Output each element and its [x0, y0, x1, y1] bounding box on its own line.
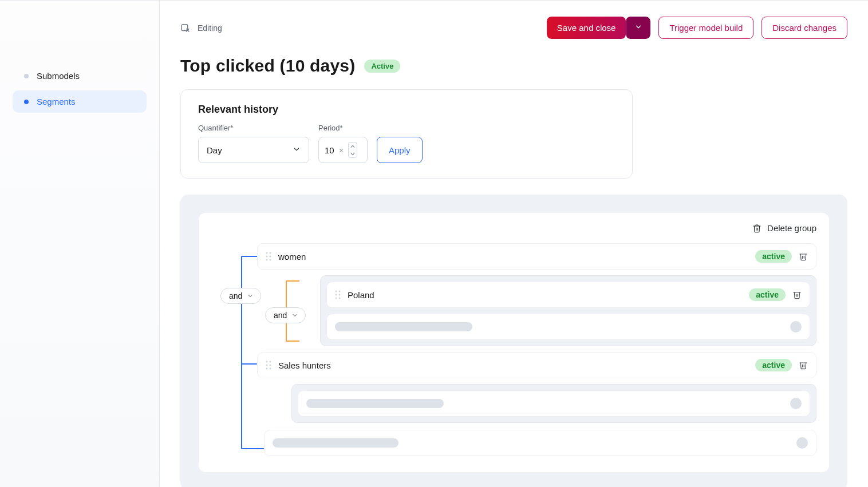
chevron-down-icon [293, 145, 301, 155]
operator-label: and [229, 291, 242, 300]
save-button-group: Save and close [547, 17, 651, 39]
sidebar-item-submodels[interactable]: Submodels [13, 65, 147, 87]
apply-button[interactable]: Apply [377, 137, 423, 163]
delete-rule-button[interactable] [792, 290, 802, 299]
rule-row[interactable]: Sales hunters active [257, 352, 816, 378]
quantifier-value: Day [207, 145, 222, 155]
save-label: Save and close [557, 23, 616, 33]
history-heading: Relevant history [198, 104, 615, 116]
top-actions: Save and close Trigger model build Disca… [547, 17, 847, 39]
placeholder-dot [796, 437, 808, 449]
save-dropdown-button[interactable] [626, 17, 650, 39]
rule-row[interactable]: women active [257, 243, 816, 270]
chevron-down-icon [634, 23, 642, 33]
dot-icon [24, 100, 29, 104]
svg-point-14 [270, 361, 271, 363]
chevron-down-icon [291, 312, 298, 319]
period-field: Period* 10 × [318, 124, 368, 163]
quantifier-field: Quantifier* Day [198, 124, 309, 163]
operator-inner[interactable]: and [265, 307, 306, 323]
svg-point-11 [336, 298, 337, 299]
svg-point-18 [270, 368, 271, 370]
trash-icon [752, 224, 762, 233]
sidebar-item-label: Submodels [37, 71, 80, 81]
svg-point-13 [266, 361, 268, 363]
svg-point-7 [336, 291, 337, 292]
trigger-build-button[interactable]: Trigger model build [658, 17, 753, 39]
discard-button[interactable]: Discard changes [762, 17, 847, 39]
rule-label: Poland [348, 290, 374, 300]
delete-group-label: Delete group [767, 223, 816, 233]
svg-point-2 [270, 252, 271, 254]
editing-indicator: Editing [180, 23, 222, 33]
page-title: Top clicked (10 days) [180, 56, 355, 76]
title-row: Top clicked (10 days) Active [180, 56, 847, 76]
group-panel: Delete group and [180, 195, 847, 487]
svg-point-16 [270, 365, 271, 366]
svg-point-1 [266, 252, 268, 254]
svg-point-15 [266, 365, 268, 366]
delete-rule-button[interactable] [799, 361, 808, 370]
chevron-down-icon [247, 292, 254, 299]
top-bar: Editing Save and close Trigger model bui… [180, 17, 847, 39]
drag-handle-icon[interactable] [335, 290, 341, 299]
rules-list: women active [211, 243, 816, 456]
svg-point-3 [266, 256, 268, 258]
placeholder-dot [790, 321, 802, 332]
svg-point-4 [270, 256, 271, 258]
step-up-button[interactable] [349, 142, 357, 150]
placeholder-bar [273, 438, 399, 448]
svg-point-5 [266, 259, 268, 261]
placeholder-bar [306, 399, 444, 408]
group-inner: Delete group and [199, 213, 829, 472]
status-badge: active [755, 250, 792, 263]
step-down-button[interactable] [349, 150, 357, 157]
quantifier-select[interactable]: Day [198, 137, 309, 163]
main-content: Editing Save and close Trigger model bui… [160, 1, 868, 487]
sidebar-item-label: Segments [37, 97, 76, 106]
svg-point-17 [266, 368, 268, 370]
edit-icon [180, 23, 191, 33]
rules-area: and and [211, 243, 816, 456]
history-card: Relevant history Quantifier* Day Period*… [180, 89, 633, 179]
status-badge: Active [364, 60, 400, 73]
drag-handle-icon[interactable] [266, 361, 271, 370]
svg-point-12 [339, 298, 341, 299]
rule-row[interactable]: Poland active [326, 282, 810, 308]
period-label: Period* [318, 124, 368, 132]
apply-label: Apply [389, 145, 411, 155]
discard-label: Discard changes [772, 23, 837, 33]
placeholder-rule[interactable] [326, 314, 810, 340]
operator-label: and [274, 311, 287, 320]
placeholder-rule[interactable] [298, 390, 810, 417]
status-badge: active [749, 288, 786, 301]
rule-label: women [278, 252, 306, 262]
drag-handle-icon[interactable] [266, 252, 271, 261]
quantifier-label: Quantifier* [198, 124, 309, 132]
svg-point-8 [339, 291, 341, 292]
placeholder-bar [335, 322, 472, 331]
delete-group-button[interactable]: Delete group [211, 223, 816, 233]
save-button[interactable]: Save and close [547, 17, 626, 39]
app-root: Submodels Segments Editing Save and clos… [0, 0, 868, 487]
dot-icon [24, 74, 29, 78]
operator-outer[interactable]: and [220, 288, 261, 304]
period-input[interactable]: 10 × [318, 137, 368, 163]
trigger-label: Trigger model build [669, 23, 743, 33]
sidebar: Submodels Segments [0, 1, 160, 487]
editing-label: Editing [198, 23, 222, 33]
svg-point-9 [336, 294, 337, 296]
placeholder-dot [790, 398, 802, 409]
history-fields: Quantifier* Day Period* 10 × [198, 124, 615, 163]
stepper [348, 142, 357, 158]
clear-icon[interactable]: × [339, 145, 344, 155]
sidebar-item-segments[interactable]: Segments [13, 90, 147, 113]
rule-label: Sales hunters [278, 361, 331, 370]
nested-group: Poland active [320, 275, 816, 346]
svg-point-10 [339, 294, 341, 296]
placeholder-rule[interactable] [264, 430, 816, 456]
svg-point-6 [270, 259, 271, 261]
nested-group [291, 384, 816, 423]
period-value: 10 [325, 145, 334, 155]
delete-rule-button[interactable] [799, 252, 808, 261]
